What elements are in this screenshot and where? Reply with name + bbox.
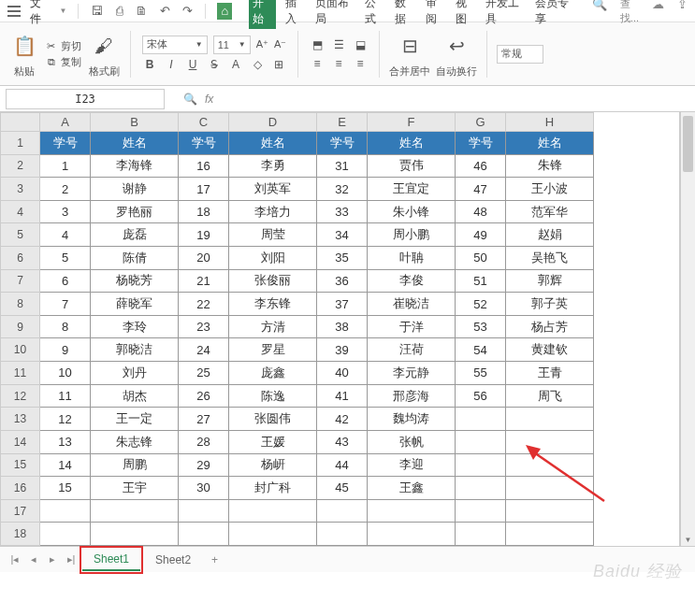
- row-header[interactable]: 3: [1, 178, 40, 201]
- format-painter-button[interactable]: 🖌: [87, 29, 121, 63]
- cell[interactable]: 姓名: [91, 132, 179, 155]
- cell[interactable]: 37: [317, 293, 368, 316]
- sheet-tab-1[interactable]: Sheet1: [82, 549, 140, 571]
- row-header[interactable]: 14: [1, 430, 40, 453]
- cell[interactable]: 郭子英: [506, 293, 594, 316]
- row-header[interactable]: 17: [1, 499, 40, 523]
- cell[interactable]: 26: [179, 384, 229, 408]
- cell[interactable]: 贾伟: [368, 154, 456, 178]
- cell[interactable]: 11: [40, 384, 91, 408]
- cell[interactable]: 16: [179, 154, 229, 178]
- align-right-icon[interactable]: ≡: [351, 55, 369, 72]
- cell[interactable]: [229, 499, 317, 523]
- cell[interactable]: 55: [456, 362, 506, 385]
- cell[interactable]: 张俊丽: [229, 269, 317, 293]
- italic-button[interactable]: I: [162, 56, 181, 73]
- menu-icon[interactable]: [7, 6, 21, 17]
- tab-start[interactable]: 开始: [249, 0, 275, 29]
- cell[interactable]: [506, 477, 594, 500]
- cell[interactable]: 17: [179, 178, 229, 201]
- print-icon[interactable]: ⎙: [113, 4, 126, 19]
- cell[interactable]: 43: [317, 430, 368, 453]
- tab-vip[interactable]: 会员专享: [533, 0, 575, 27]
- save-icon[interactable]: 🖫: [90, 4, 103, 19]
- cell[interactable]: [368, 523, 456, 546]
- align-left-icon[interactable]: ≡: [308, 55, 326, 72]
- cell[interactable]: [456, 477, 506, 500]
- cell[interactable]: 王宜定: [368, 178, 456, 201]
- cell[interactable]: 21: [179, 269, 229, 293]
- cell[interactable]: [91, 499, 179, 523]
- cell[interactable]: 周飞: [506, 384, 594, 408]
- cell[interactable]: 范军华: [506, 200, 594, 223]
- row-header[interactable]: 1: [1, 132, 40, 155]
- cell[interactable]: 19: [179, 223, 229, 247]
- cell[interactable]: 33: [317, 200, 368, 223]
- cell[interactable]: 23: [179, 315, 229, 338]
- cell[interactable]: [40, 523, 91, 546]
- cut-icon[interactable]: ✂: [47, 40, 55, 52]
- cell[interactable]: 7: [40, 293, 91, 316]
- row-header[interactable]: 6: [1, 247, 40, 270]
- cell[interactable]: 45: [317, 477, 368, 500]
- font-name-select[interactable]: 宋体▼: [142, 36, 208, 54]
- cell[interactable]: 谢静: [91, 178, 179, 201]
- cell[interactable]: 李迎: [368, 453, 456, 477]
- cell[interactable]: 41: [317, 384, 368, 408]
- tab-insert[interactable]: 插入: [283, 0, 306, 27]
- col-header[interactable]: C: [179, 113, 229, 132]
- cell[interactable]: 李东锋: [229, 293, 317, 316]
- cell[interactable]: [317, 523, 368, 546]
- cell[interactable]: 32: [317, 178, 368, 201]
- cell[interactable]: 28: [179, 430, 229, 453]
- vertical-scrollbar[interactable]: ▲ ▼: [680, 112, 695, 546]
- cell[interactable]: 李元静: [368, 362, 456, 385]
- row-header[interactable]: 8: [1, 293, 40, 316]
- underline-button[interactable]: U: [183, 56, 202, 73]
- row-header[interactable]: 4: [1, 200, 40, 223]
- cell[interactable]: 29: [179, 453, 229, 477]
- cell[interactable]: 35: [317, 247, 368, 270]
- cell[interactable]: 13: [40, 430, 91, 453]
- cell[interactable]: 5: [40, 247, 91, 270]
- cell[interactable]: [179, 499, 229, 523]
- align-top-icon[interactable]: ⬒: [308, 36, 326, 53]
- cell[interactable]: 庞鑫: [229, 362, 317, 385]
- cell[interactable]: 25: [179, 362, 229, 385]
- tab-data[interactable]: 数据: [393, 0, 415, 27]
- cell[interactable]: 方清: [229, 315, 317, 338]
- cell[interactable]: 朱锋: [506, 154, 594, 178]
- cell[interactable]: 周小鹏: [368, 223, 456, 247]
- cell[interactable]: 44: [317, 453, 368, 477]
- merge-cells-button[interactable]: ⊟: [393, 29, 427, 63]
- row-header[interactable]: 13: [1, 408, 40, 431]
- cell[interactable]: 杨岍: [229, 453, 317, 477]
- cell[interactable]: 周鹏: [91, 453, 179, 477]
- cell[interactable]: 黄建钦: [506, 338, 594, 362]
- cell[interactable]: 刘丹: [91, 362, 179, 385]
- cell[interactable]: [179, 523, 229, 546]
- cell[interactable]: 31: [317, 154, 368, 178]
- cell[interactable]: 54: [456, 338, 506, 362]
- tab-review[interactable]: 审阅: [424, 0, 446, 27]
- cell[interactable]: 李海锋: [91, 154, 179, 178]
- cell[interactable]: 4: [40, 223, 91, 247]
- cell[interactable]: 学号: [317, 132, 368, 155]
- cell[interactable]: 1: [40, 154, 91, 178]
- cell[interactable]: 学号: [456, 132, 506, 155]
- cell[interactable]: 陈倩: [91, 247, 179, 270]
- cell[interactable]: 49: [456, 223, 506, 247]
- col-header[interactable]: F: [368, 113, 456, 132]
- row-header[interactable]: 16: [1, 477, 40, 500]
- cell[interactable]: 14: [40, 453, 91, 477]
- fx-label[interactable]: fx: [205, 93, 213, 106]
- cell[interactable]: 48: [456, 200, 506, 223]
- cell[interactable]: [456, 430, 506, 453]
- bold-button[interactable]: B: [140, 56, 159, 73]
- cell[interactable]: 50: [456, 247, 506, 270]
- share-icon[interactable]: ⇪: [677, 0, 688, 25]
- cell[interactable]: 30: [179, 477, 229, 500]
- cell[interactable]: [506, 499, 594, 523]
- cell[interactable]: 36: [317, 269, 368, 293]
- cell[interactable]: 张帆: [368, 430, 456, 453]
